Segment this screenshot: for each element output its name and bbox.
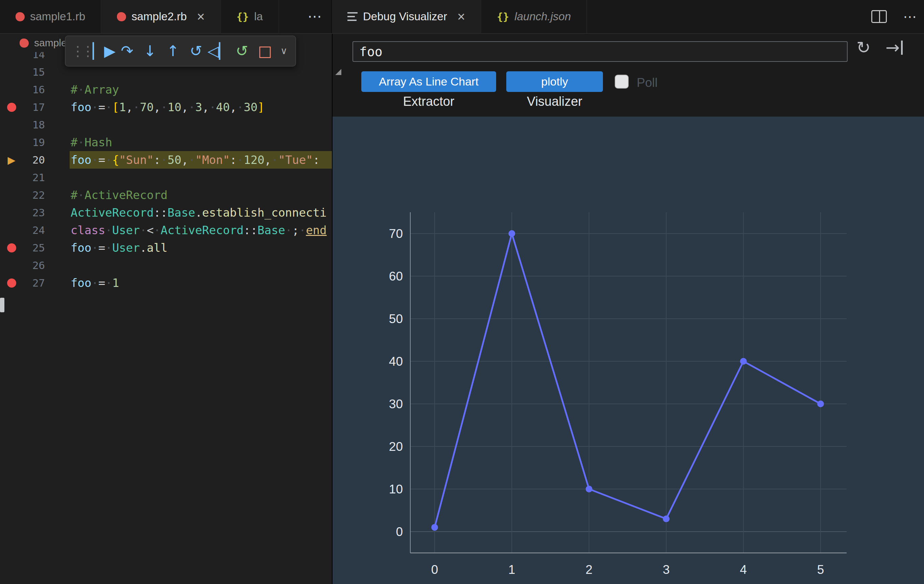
line-number: 20 [23, 154, 45, 166]
tab-label: launch.json [515, 10, 571, 23]
close-icon[interactable]: × [457, 10, 465, 23]
code-line-18: 18 [0, 116, 332, 134]
tabbar-spacer [587, 0, 871, 33]
svg-text:20: 20 [389, 440, 403, 454]
breakpoint-icon[interactable] [0, 279, 23, 288]
code-lines: 141516#·Array17foo·=·[1,·70,·10,·3,·40,·… [0, 46, 332, 292]
more-actions-icon[interactable]: ⋯ [903, 9, 917, 24]
arrow-glyph: → [886, 38, 900, 58]
code-line-19: 19#·Hash [0, 134, 332, 151]
chevron-down-icon[interactable]: ∨ [276, 36, 291, 66]
right-editor-tabs: Debug Visualizer×{}launch.json ⋯ [332, 0, 924, 33]
breakpoint-icon[interactable] [0, 103, 23, 112]
line-number: 16 [23, 84, 45, 96]
tab-label: la [254, 10, 263, 23]
expression-input[interactable] [353, 41, 848, 62]
ruby-file-icon [117, 12, 126, 21]
code-line-23: 23ActiveRecord::Base.establish_connecti [0, 204, 332, 221]
editor-tab-bar: sample1.rbsample2.rb×{}la ⋯ Debug Visual… [0, 0, 924, 34]
visualizer-button[interactable]: plotly [506, 71, 603, 92]
refresh-icon[interactable]: ↻ [856, 38, 871, 58]
current-line-icon[interactable]: ▶ [0, 154, 23, 166]
svg-text:40: 40 [389, 355, 403, 368]
code-text: foo·=·[1,·70,·10,·3,·40,·30] [45, 101, 264, 114]
step-out-icon[interactable]: ↑ [162, 36, 185, 66]
step-back-icon[interactable]: ◁▏ [208, 36, 231, 66]
json-braces-icon: {} [237, 11, 249, 23]
tab-sample2-rb[interactable]: sample2.rb× [101, 0, 221, 33]
tab-overflow-icon[interactable]: ⋯ [307, 0, 322, 33]
breakpoint-icon[interactable] [0, 243, 23, 252]
code-text: class·User·<·ActiveRecord::Base·;·end [45, 223, 327, 237]
code-editor[interactable]: 141516#·Array17foo·=·[1,·70,·10,·3,·40,·… [0, 34, 332, 584]
tab-label: sample2.rb [132, 10, 186, 23]
line-number: 19 [23, 136, 45, 148]
tab-label: Debug Visualizer [363, 10, 447, 23]
debug-visualizer-icon [347, 12, 358, 21]
svg-text:2: 2 [586, 563, 593, 577]
svg-text:30: 30 [389, 397, 403, 411]
tab-debug-visualizer[interactable]: Debug Visualizer× [332, 0, 481, 33]
line-number: 22 [23, 189, 45, 201]
code-text: ActiveRecord::Base.establish_connecti [45, 206, 327, 219]
code-line-26: 26 [0, 257, 332, 274]
code-text: #·Array [45, 83, 119, 96]
line-number: 24 [23, 224, 45, 236]
code-line-17: 17foo·=·[1,·70,·10,·3,·40,·30] [0, 98, 332, 116]
line-chart[interactable]: 010203040506070012345 [333, 117, 924, 584]
open-in-editor-icon[interactable]: → [886, 38, 903, 58]
line-number: 17 [23, 101, 45, 113]
gripper-icon[interactable]: ⋮⋮ [69, 36, 92, 66]
svg-text:0: 0 [396, 525, 403, 539]
svg-text:3: 3 [663, 563, 670, 577]
step-over-icon[interactable]: ↷ [116, 36, 139, 66]
svg-text:50: 50 [389, 312, 403, 326]
line-number: 26 [23, 259, 45, 271]
code-line-27: 27foo·=·1 [0, 274, 332, 292]
tab-la[interactable]: {}la [221, 0, 279, 33]
line-number: 27 [23, 277, 45, 289]
plotly-line-chart[interactable]: 010203040506070012345 [333, 117, 924, 584]
left-editor-tabs: sample1.rbsample2.rb×{}la ⋯ [0, 0, 332, 33]
continue-icon[interactable]: ▏▶ [92, 36, 116, 66]
code-text: foo·=·1 [45, 276, 119, 290]
code-text: foo·=·User.all [45, 241, 168, 254]
tab-label: sample1.rb [30, 10, 85, 23]
code-line-16: 16#·Array [0, 81, 332, 98]
tab-sample1-rb[interactable]: sample1.rb [0, 0, 101, 33]
poll-label: Poll [637, 76, 658, 90]
code-line-22: 22#·ActiveRecord [0, 186, 332, 204]
code-line-20: ▶20foo·=·{"Sun":·50,·"Mon":·120,·"Tue": [0, 151, 332, 169]
tab-launch-json[interactable]: {}launch.json [481, 0, 587, 33]
left-edge-marker [0, 298, 4, 312]
restart-icon[interactable]: ↺ [231, 36, 254, 66]
code-line-25: 25foo·=·User.all [0, 239, 332, 257]
svg-text:5: 5 [817, 563, 824, 577]
code-line-21: 21 [0, 169, 332, 186]
svg-text:1: 1 [508, 563, 515, 577]
stop-icon[interactable]: □ [254, 36, 276, 66]
close-icon[interactable]: × [197, 10, 205, 23]
svg-text:10: 10 [389, 482, 403, 496]
code-text: #·ActiveRecord [45, 188, 168, 202]
ruby-file-icon [16, 12, 25, 21]
line-number: 25 [23, 242, 45, 254]
bar-glyph [901, 41, 903, 55]
split-editor-icon[interactable] [871, 10, 887, 23]
extractor-button[interactable]: Array As Line Chart [361, 71, 496, 92]
code-line-24: 24class·User·<·ActiveRecord::Base·;·end [0, 221, 332, 239]
line-number: 18 [23, 119, 45, 131]
extractor-caption: Extractor [361, 94, 496, 109]
debug-visualizer-panel: ↻ → Array As Line Chart plotly Poll Extr… [332, 34, 924, 584]
step-into-icon[interactable]: ↓ [139, 36, 162, 66]
resize-grip-icon[interactable] [335, 69, 342, 75]
svg-text:0: 0 [431, 563, 438, 577]
visualizer-caption: Visualizer [506, 94, 603, 109]
ruby-file-icon [20, 38, 29, 48]
line-number: 21 [23, 172, 45, 183]
svg-text:4: 4 [740, 563, 747, 577]
code-text: #·Hash [45, 135, 112, 149]
poll-checkbox[interactable] [615, 75, 629, 89]
reverse-continue-icon[interactable]: ↺ [185, 36, 208, 66]
svg-text:60: 60 [389, 269, 403, 283]
